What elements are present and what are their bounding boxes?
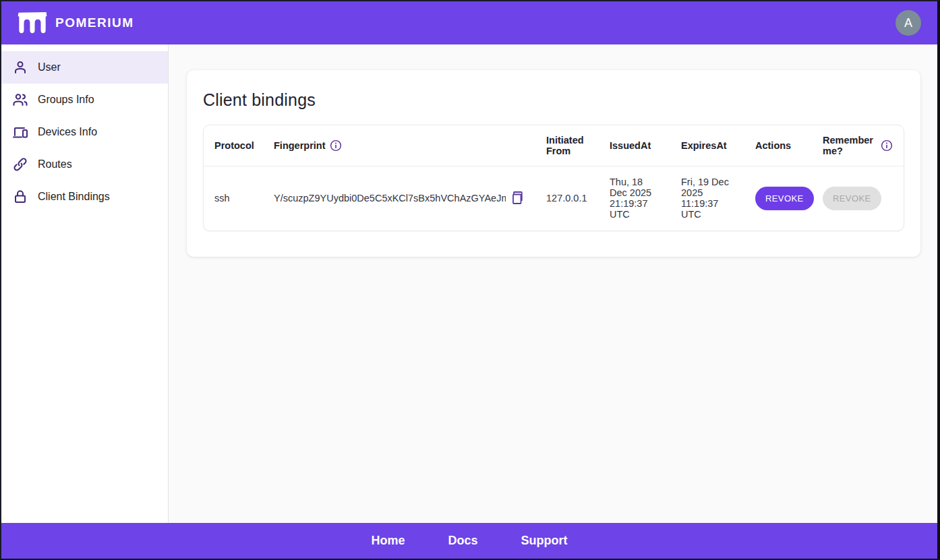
footer-link-docs[interactable]: Docs: [448, 534, 478, 548]
brand-name: POMERIUM: [55, 15, 134, 30]
info-icon[interactable]: [330, 139, 342, 152]
table-header-row: Protocol Fingerprint: [204, 125, 904, 166]
copy-icon: [511, 191, 525, 206]
client-bindings-card: Client bindings Protocol: [187, 70, 920, 257]
user-icon: [12, 59, 28, 75]
avatar-initial: A: [904, 16, 912, 30]
footer: Home Docs Support: [1, 523, 937, 559]
sidebar-item-label: User: [38, 61, 61, 73]
fingerprint-value: Y/scuzpZ9YUydbi0De5C5xKCl7sBx5hVChAzGYAe…: [274, 193, 506, 204]
revoke-button[interactable]: REVOKE: [755, 187, 814, 210]
col-header-remember-label: Remember me?: [823, 135, 877, 156]
app-window: POMERIUM A User: [0, 0, 940, 560]
devices-icon: [12, 124, 28, 140]
revoke-remember-button-disabled: REVOKE: [823, 187, 881, 210]
col-header-actions: Actions: [744, 125, 812, 166]
sidebar-item-label: Routes: [38, 158, 72, 170]
cell-expires-at: Fri, 19 Dec 2025 11:19:37 UTC: [670, 166, 744, 230]
table-row: ssh Y/scuzpZ9YUydbi0De5C5xKCl7sBx5hVChAz…: [204, 166, 904, 230]
sidebar-item-label: Devices Info: [38, 126, 97, 138]
copy-fingerprint-button[interactable]: [511, 191, 525, 206]
sidebar-item-label: Groups Info: [38, 94, 94, 106]
aqueduct-icon: [18, 11, 47, 34]
cell-issued-at: Thu, 18 Dec 2025 21:19:37 UTC: [599, 166, 670, 230]
sidebar-item-client-bindings[interactable]: Client Bindings: [1, 181, 168, 213]
cell-protocol: ssh: [204, 166, 263, 230]
col-header-remember-me: Remember me?: [812, 125, 904, 166]
col-header-protocol: Protocol: [204, 125, 263, 166]
footer-link-support[interactable]: Support: [521, 534, 568, 548]
footer-link-home[interactable]: Home: [371, 534, 405, 548]
col-header-fingerprint-label: Fingerprint: [274, 140, 326, 151]
brand[interactable]: POMERIUM: [18, 11, 134, 34]
cell-remember-me: REVOKE: [812, 166, 904, 230]
routes-icon: [12, 156, 28, 173]
col-header-expires-at: ExpiresAt: [670, 125, 744, 166]
sidebar-item-devices-info[interactable]: Devices Info: [1, 116, 168, 148]
cell-actions: REVOKE: [744, 166, 812, 230]
groups-icon: [12, 92, 28, 108]
top-navbar: POMERIUM A: [1, 1, 937, 44]
main-content: Client bindings Protocol: [169, 44, 937, 523]
avatar[interactable]: A: [895, 10, 921, 36]
col-header-fingerprint: Fingerprint: [263, 125, 535, 166]
cell-fingerprint: Y/scuzpZ9YUydbi0De5C5xKCl7sBx5hVChAzGYAe…: [263, 166, 535, 230]
page-title: Client bindings: [203, 90, 904, 110]
sidebar-item-label: Client Bindings: [38, 191, 110, 203]
bindings-table-container: Protocol Fingerprint: [203, 125, 904, 231]
lock-icon: [12, 189, 28, 205]
col-header-initiated-from: Initiated From: [535, 125, 599, 166]
sidebar-item-groups-info[interactable]: Groups Info: [1, 84, 168, 116]
cell-initiated-from: 127.0.0.1: [535, 166, 599, 230]
sidebar: User Groups Info Devices Info: [1, 44, 169, 523]
sidebar-item-routes[interactable]: Routes: [1, 148, 168, 181]
info-icon[interactable]: [881, 139, 893, 152]
col-header-issued-at: IssuedAt: [599, 125, 670, 166]
bindings-table: Protocol Fingerprint: [204, 125, 904, 230]
sidebar-item-user[interactable]: User: [1, 51, 168, 84]
